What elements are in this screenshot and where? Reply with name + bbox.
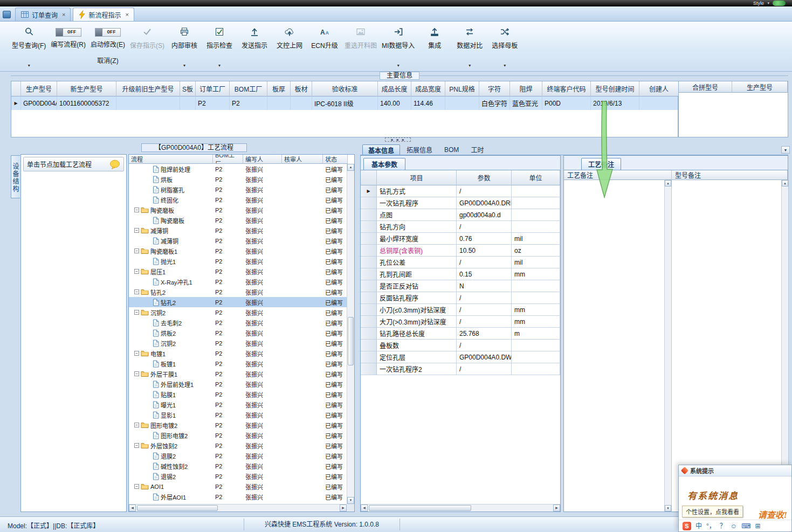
ime-tooltip[interactable]: 个性设置，点我看看 <box>682 506 743 517</box>
ime-language-mode[interactable]: 中 <box>695 521 702 531</box>
column-header[interactable]: 核审人 <box>282 155 323 164</box>
collapse-icon[interactable]: − <box>134 351 139 356</box>
column-header[interactable]: 合拼型号 <box>679 81 732 93</box>
column-header[interactable]: 生产型号 <box>21 81 57 96</box>
flow-row[interactable]: 树脂塞孔P2张振兴已编写 <box>129 184 347 195</box>
chevron-down-icon[interactable]: ▾ <box>28 63 30 68</box>
collapse-icon[interactable]: − <box>134 248 139 253</box>
param-value-cell[interactable]: 0.15 <box>457 268 512 280</box>
param-value-cell[interactable]: / <box>457 340 512 351</box>
start-modify-cancel-label[interactable]: 取消(Z) <box>97 56 118 65</box>
style-label[interactable]: Style <box>753 0 764 6</box>
chevron-down-icon[interactable]: ▾ <box>218 63 221 68</box>
collapse-icon[interactable]: − <box>134 208 139 212</box>
flow-row[interactable]: 陶瓷磨板P2张振兴已编写 <box>129 215 347 225</box>
param-value-cell[interactable]: / <box>457 221 512 233</box>
param-value-cell[interactable]: / <box>457 363 512 375</box>
flow-row[interactable]: −AOI1P2张振兴已编写 <box>129 481 347 492</box>
collapse-icon[interactable]: − <box>134 484 139 489</box>
column-header[interactable]: BOM工厂 <box>213 155 243 164</box>
flow-row[interactable]: −电镀1P2张振兴已编写 <box>129 348 347 358</box>
main-info-grid-row[interactable]: ▶GP00D004A010011600005372P2P2IPC-6018 II… <box>11 96 678 110</box>
collapse-icon[interactable]: − <box>134 228 139 233</box>
vertical-scrollbar[interactable]: ▲ ▼ <box>664 180 671 512</box>
column-header[interactable]: 型号备注 <box>672 170 788 180</box>
collapse-icon[interactable]: − <box>134 423 139 427</box>
column-header[interactable]: 终端客户代码 <box>542 81 591 96</box>
column-header[interactable]: 新生产型号 <box>57 81 116 96</box>
flow-row[interactable]: −外层蚀刻2P2张振兴已编写 <box>129 440 347 451</box>
collapse-icon[interactable]: − <box>134 289 139 294</box>
flow-row[interactable]: 图形电镀2P2张振兴已编写 <box>129 430 347 440</box>
column-header[interactable]: 项目 <box>377 170 457 185</box>
column-header[interactable]: 成品长度 <box>378 81 411 96</box>
mi-data-import-button[interactable]: MI数据导入▾ <box>382 24 415 68</box>
param-value-cell[interactable]: 25.768 <box>457 328 512 340</box>
flow-row[interactable]: 烘板P2张振兴已编写 <box>129 174 347 184</box>
flow-row[interactable]: X-Ray冲孔1P2张振兴已编写 <box>129 277 347 287</box>
flow-row[interactable]: 退膜2P2张振兴已编写 <box>129 451 347 461</box>
column-header[interactable]: 单位 <box>512 170 560 185</box>
model-query-button[interactable]: 型号查询(F)▾ <box>12 24 46 68</box>
scroll-down-icon[interactable]: ▼ <box>665 505 671 512</box>
flow-row[interactable]: 抛光1P2张振兴已编写 <box>129 256 347 266</box>
flow-row[interactable]: 外层AOI1P2张振兴已编写 <box>129 492 347 502</box>
column-header[interactable]: 阻焊 <box>510 81 542 96</box>
send-instruction-button[interactable]: 发送指示 <box>239 24 270 68</box>
flow-row[interactable]: −陶瓷磨板1P2张振兴已编写 <box>129 246 347 256</box>
column-header[interactable]: 创建人 <box>639 81 679 96</box>
column-header[interactable]: 板厚 <box>267 81 291 96</box>
process-notes-area[interactable]: ▲ ▼ <box>564 180 672 512</box>
collapse-icon[interactable]: − <box>134 310 139 315</box>
column-header[interactable]: 流程 <box>129 155 213 164</box>
param-value-cell[interactable]: 0.76 <box>457 233 512 245</box>
tab-order-query[interactable]: 订单查询× <box>15 8 71 21</box>
data-compare-button[interactable]: 数据对比▾ <box>454 24 485 68</box>
flow-row[interactable]: 终固化P2张振兴已编写 <box>129 195 347 205</box>
param-row[interactable]: 孔位公差/mil <box>361 257 560 268</box>
close-icon[interactable]: × <box>62 11 65 18</box>
scroll-up-icon[interactable]: ▲ <box>782 180 788 186</box>
reselect-cut-map-button[interactable]: 重选开料图 <box>345 24 377 68</box>
instruction-check-button[interactable]: 指示检查▾ <box>204 24 235 68</box>
start-modify-button[interactable]: OFF启动修改(E)取消(Z) <box>91 24 125 68</box>
tab-bom[interactable]: BOM <box>439 144 464 155</box>
param-row[interactable]: 大刀(>0.3mm)对钻深度/mm <box>361 316 560 328</box>
param-row[interactable]: 小刀(≤0.3mm)对钻深度/mm <box>361 304 560 316</box>
column-header[interactable]: 状态 <box>323 155 348 164</box>
collapse-icon[interactable]: − <box>134 371 139 376</box>
integrate-button[interactable]: 集成 <box>419 24 450 68</box>
flow-row[interactable]: 碱性蚀刻2P2张振兴已编写 <box>129 461 347 471</box>
tab-extended-info[interactable]: 拓展信息 <box>401 144 438 155</box>
flow-row[interactable]: 板镀1P2张振兴已编写 <box>129 358 347 369</box>
flow-row[interactable]: 减薄铜P2张振兴已编写 <box>129 236 347 246</box>
load-flow-hint-button[interactable]: 单击节点加载工艺流程 <box>23 157 124 171</box>
chevron-down-icon[interactable]: ▾ <box>183 63 185 68</box>
chevron-down-icon[interactable]: ▾ <box>469 63 471 68</box>
column-header[interactable]: PNL规格 <box>445 81 479 96</box>
param-row[interactable]: 一次钻孔程序GP00D004A0.DRL <box>361 197 560 209</box>
column-header[interactable]: 成品宽度 <box>411 81 445 96</box>
ime-question-help[interactable]: ？ <box>720 521 726 531</box>
flow-row[interactable]: −陶瓷磨板P2张振兴已编写 <box>129 205 347 215</box>
param-row[interactable]: 钻孔方向/ <box>361 221 560 233</box>
param-row[interactable]: 孔到孔间距0.15mm <box>361 268 560 280</box>
scroll-up-icon[interactable]: ▲ <box>665 180 671 186</box>
flow-row[interactable]: 外层前处理1P2张振兴已编写 <box>129 379 347 389</box>
flow-row[interactable]: 曝光1P2张振兴已编写 <box>129 399 347 410</box>
flow-row[interactable]: 贴膜1P2张振兴已编写 <box>129 389 347 399</box>
param-row[interactable]: 定位孔层GP00D004A0.DWK <box>361 351 560 363</box>
doc-control-upload-button[interactable]: 文控上网 <box>274 24 305 68</box>
param-value-cell[interactable]: GP00D004A0.DWK <box>457 351 512 363</box>
popup-header[interactable]: 系统提示 <box>679 465 791 476</box>
horizontal-scrollbar[interactable]: ◀ ▶ <box>361 504 560 512</box>
column-header[interactable]: S板 <box>180 81 196 96</box>
chevron-down-icon[interactable]: ▾ <box>397 63 400 68</box>
tab-device-structure[interactable]: 设备结构 <box>11 155 20 198</box>
column-header[interactable]: 型号创建时间 <box>591 81 639 96</box>
column-header[interactable]: 工艺备注 <box>564 170 672 180</box>
column-header[interactable]: 板材 <box>291 81 312 96</box>
collapse-icon[interactable]: − <box>134 269 139 274</box>
flow-row[interactable]: 钻孔2P2张振兴已编写 <box>129 297 347 307</box>
ecn-upgrade-button[interactable]: AAECN升级 <box>309 24 340 68</box>
